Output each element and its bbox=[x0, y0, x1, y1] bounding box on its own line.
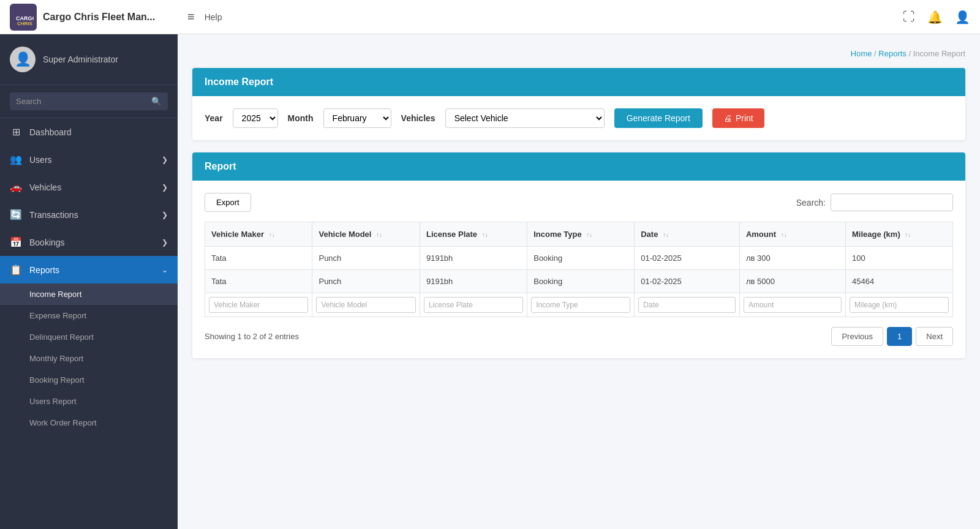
vehicles-icon: 🚗 bbox=[10, 181, 22, 193]
entries-info: Showing 1 to 2 of 2 entries bbox=[205, 332, 299, 341]
sidebar-item-label: Vehicles bbox=[29, 182, 61, 192]
dashboard-icon: ⊞ bbox=[10, 126, 22, 138]
sidebar-item-label: Transactions bbox=[29, 210, 78, 220]
app-logo: CARGO CHRIS bbox=[10, 4, 37, 31]
sidebar-subitem-monthly-report[interactable]: Monthly Report bbox=[0, 348, 178, 369]
sidebar-subitem-work-order-report[interactable]: Work Order Report bbox=[0, 412, 178, 433]
sidebar-user: 👤 Super Administrator bbox=[0, 34, 178, 85]
sidebar-item-bookings[interactable]: 📅 Bookings ❯ bbox=[0, 228, 178, 256]
month-label: Month bbox=[288, 113, 314, 123]
navbar: CARGO CHRIS Cargo Chris Fleet Man... ≡ H… bbox=[0, 0, 980, 34]
chevron-icon: ❯ bbox=[162, 211, 168, 219]
sort-icon: ↑↓ bbox=[781, 231, 787, 238]
vehicles-select[interactable]: Select Vehicle bbox=[445, 108, 605, 128]
sidebar-toggle[interactable]: ≡ bbox=[187, 10, 195, 24]
filter-date[interactable] bbox=[638, 297, 736, 313]
sidebar-subitem-users-report[interactable]: Users Report bbox=[0, 391, 178, 412]
search-button[interactable]: 🔍 bbox=[145, 92, 168, 110]
fullscreen-icon[interactable]: ⛶ bbox=[903, 10, 915, 24]
col-amount[interactable]: Amount ↑↓ bbox=[739, 222, 845, 247]
print-button[interactable]: 🖨 Print bbox=[712, 108, 764, 128]
col-vehicle-maker[interactable]: Vehicle Maker ↑↓ bbox=[205, 222, 312, 247]
filter-vehicle-model[interactable] bbox=[316, 297, 415, 313]
sidebar-item-dashboard[interactable]: ⊞ Dashboard bbox=[0, 118, 178, 146]
col-vehicle-model[interactable]: Vehicle Model ↑↓ bbox=[312, 222, 420, 247]
filter-mileage[interactable] bbox=[850, 297, 949, 313]
sidebar-item-vehicles[interactable]: 🚗 Vehicles ❯ bbox=[0, 173, 178, 201]
report-card: Report Export Search: Vehicle Maker ↑ bbox=[192, 152, 965, 358]
report-toolbar: Export Search: bbox=[205, 193, 953, 212]
breadcrumb-current: Income Report bbox=[913, 49, 965, 58]
next-button[interactable]: Next bbox=[916, 327, 953, 346]
breadcrumb-reports[interactable]: Reports bbox=[878, 49, 907, 58]
chevron-icon: ❯ bbox=[162, 183, 168, 192]
sidebar-subitem-income-report[interactable]: Income Report bbox=[0, 283, 178, 305]
col-income-type[interactable]: Income Type ↑↓ bbox=[527, 222, 635, 247]
month-select[interactable]: January February March April May June Ju… bbox=[323, 108, 391, 128]
sidebar-search-container: 🔍 bbox=[0, 85, 178, 118]
year-select[interactable]: 2023 2024 2025 2026 bbox=[233, 108, 278, 128]
col-mileage[interactable]: Mileage (km) ↑↓ bbox=[845, 222, 952, 247]
sidebar-subitem-expense-report[interactable]: Expense Report bbox=[0, 305, 178, 326]
sidebar-item-reports[interactable]: 📋 Reports ⌄ bbox=[0, 256, 178, 283]
navbar-right: ⛶ 🔔 👤 bbox=[903, 10, 970, 24]
sort-icon: ↑↓ bbox=[269, 231, 275, 238]
sidebar-subitem-delinquent-report[interactable]: Delinquent Report bbox=[0, 326, 178, 348]
users-icon: 👥 bbox=[10, 154, 22, 165]
table-search-input[interactable] bbox=[831, 193, 953, 211]
income-report-card-body: Year 2023 2024 2025 2026 Month January F… bbox=[192, 96, 965, 140]
col-date[interactable]: Date ↑↓ bbox=[635, 222, 740, 247]
filter-income-type[interactable] bbox=[531, 297, 630, 313]
search-label: Search: bbox=[796, 198, 826, 208]
sidebar: 👤 Super Administrator 🔍 ⊞ Dashboard 👥 Us… bbox=[0, 34, 178, 529]
previous-button[interactable]: Previous bbox=[831, 327, 883, 346]
layout: 👤 Super Administrator 🔍 ⊞ Dashboard 👥 Us… bbox=[0, 34, 980, 529]
col-license-plate[interactable]: License Plate ↑↓ bbox=[420, 222, 527, 247]
report-card-body: Export Search: Vehicle Maker ↑↓ bbox=[192, 181, 965, 358]
subitem-label: Monthly Report bbox=[29, 354, 83, 363]
report-card-header: Report bbox=[192, 152, 965, 181]
subitem-label: Income Report bbox=[29, 290, 81, 299]
income-report-card-header: Income Report bbox=[192, 68, 965, 96]
sidebar-item-label: Bookings bbox=[29, 238, 65, 247]
bookings-icon: 📅 bbox=[10, 236, 22, 248]
sort-icon: ↑↓ bbox=[482, 231, 488, 238]
transactions-icon: 🔄 bbox=[10, 209, 22, 220]
report-table: Vehicle Maker ↑↓ Vehicle Model ↑↓ Licens… bbox=[205, 222, 953, 317]
export-button[interactable]: Export bbox=[205, 193, 251, 212]
help-link[interactable]: Help bbox=[205, 12, 222, 22]
sidebar-item-transactions[interactable]: 🔄 Transactions ❯ bbox=[0, 201, 178, 228]
vehicles-label: Vehicles bbox=[401, 113, 435, 123]
search-input[interactable] bbox=[10, 92, 145, 110]
chevron-icon: ❯ bbox=[162, 238, 168, 247]
table-filter-row bbox=[205, 293, 953, 317]
pagination: Previous 1 Next bbox=[831, 327, 953, 346]
sidebar-item-users[interactable]: 👥 Users ❯ bbox=[0, 146, 178, 173]
chevron-down-icon: ⌄ bbox=[162, 266, 168, 274]
user-profile-icon[interactable]: 👤 bbox=[955, 10, 970, 24]
page-1-button[interactable]: 1 bbox=[887, 327, 912, 346]
filter-license-plate[interactable] bbox=[424, 297, 523, 313]
search-row: Search: bbox=[796, 193, 953, 211]
sort-icon: ↑↓ bbox=[905, 231, 911, 238]
sort-icon: ↑↓ bbox=[663, 231, 669, 238]
breadcrumb-home[interactable]: Home bbox=[851, 49, 872, 58]
generate-report-button[interactable]: Generate Report bbox=[614, 108, 703, 128]
main-content: Home / Reports / Income Report Income Re… bbox=[178, 34, 980, 529]
sidebar-item-label: Dashboard bbox=[29, 127, 72, 137]
sort-icon: ↑↓ bbox=[586, 231, 592, 238]
sidebar-subitem-booking-report[interactable]: Booking Report bbox=[0, 369, 178, 391]
filter-vehicle-maker[interactable] bbox=[209, 297, 308, 313]
subitem-label: Delinquent Report bbox=[29, 332, 94, 342]
subitem-label: Work Order Report bbox=[29, 418, 97, 427]
print-label: Print bbox=[736, 113, 753, 123]
filter-amount[interactable] bbox=[744, 297, 842, 313]
sidebar-item-label: Reports bbox=[29, 265, 59, 275]
bell-icon[interactable]: 🔔 bbox=[927, 10, 943, 24]
chevron-icon: ❯ bbox=[162, 156, 168, 164]
printer-icon: 🖨 bbox=[723, 113, 732, 123]
sort-icon: ↑↓ bbox=[376, 231, 382, 238]
svg-text:CHRIS: CHRIS bbox=[17, 21, 33, 26]
sidebar-nav: ⊞ Dashboard 👥 Users ❯ 🚗 Vehicles ❯ bbox=[0, 118, 178, 529]
subitem-label: Booking Report bbox=[29, 375, 85, 385]
